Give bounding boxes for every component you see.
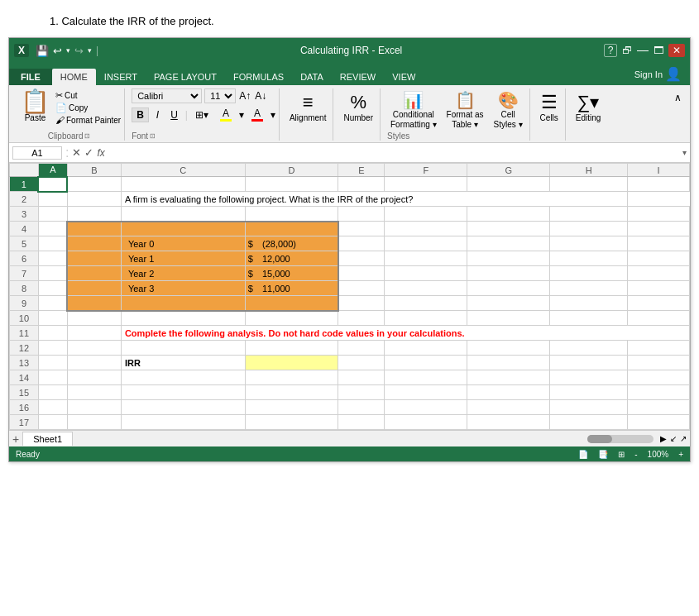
cut-button[interactable]: ✂ Cut <box>55 90 121 101</box>
cell-d5[interactable]: $ (28,000) <box>245 236 338 251</box>
sheet-tab[interactable]: Sheet1 <box>22 432 73 446</box>
maximize-btn[interactable]: 🗖 <box>654 45 663 56</box>
editing-button[interactable]: ∑▾ Editing <box>572 88 605 126</box>
row-header-5[interactable]: 5 <box>10 236 39 251</box>
add-sheet-btn[interactable]: + <box>12 432 19 446</box>
close-btn[interactable]: ✕ <box>668 44 685 57</box>
restore-btn[interactable]: 🗗 <box>622 45 632 56</box>
row-header-6[interactable]: 6 <box>10 251 39 266</box>
cells-button[interactable]: ☰ Cells <box>537 88 562 126</box>
tab-view[interactable]: VIEW <box>384 69 424 85</box>
col-header-b[interactable]: B <box>67 164 121 177</box>
scroll-right-btn[interactable]: ▶ <box>660 434 667 443</box>
tab-file[interactable]: FILE <box>9 69 52 85</box>
row-header-13[interactable]: 13 <box>10 356 39 370</box>
zoom-in-btn[interactable]: + <box>678 450 683 459</box>
row-header-16[interactable]: 16 <box>10 400 39 415</box>
confirm-formula-btn[interactable]: ✓ <box>84 146 93 159</box>
zoom-out-btn[interactable]: - <box>634 450 637 459</box>
conditional-formatting-btn[interactable]: 📊 ConditionalFormatting ▾ <box>387 88 440 131</box>
row-header-8[interactable]: 8 <box>10 281 39 296</box>
customize-qa-btn[interactable]: ▾ <box>88 46 92 55</box>
scroll-mode-btn2[interactable]: ↗ <box>680 434 687 443</box>
undo-dropdown-btn[interactable]: ▾ <box>66 46 70 55</box>
row-header-10[interactable]: 10 <box>10 311 39 326</box>
cell-c11[interactable]: Complete the following analysis. Do not … <box>121 326 689 341</box>
cell-f1[interactable] <box>385 177 467 192</box>
row-header-12[interactable]: 12 <box>10 341 39 356</box>
scroll-mode-btn1[interactable]: ↙ <box>670 434 677 443</box>
cell-d13[interactable] <box>245 356 338 370</box>
format-as-table-btn[interactable]: 📋 Format asTable ▾ <box>443 88 487 131</box>
horizontal-scrollbar[interactable] <box>587 435 654 443</box>
cell-c8[interactable]: Year 3 <box>121 281 245 296</box>
col-header-c[interactable]: C <box>121 164 245 177</box>
font-color-btn[interactable]: A <box>247 106 267 123</box>
underline-btn[interactable]: U <box>166 107 182 122</box>
fill-color-btn[interactable]: A <box>216 106 236 123</box>
row-header-15[interactable]: 15 <box>10 385 39 400</box>
cell-a2[interactable] <box>38 192 67 207</box>
minimize-btn[interactable]: — <box>637 45 649 55</box>
cell-d6[interactable]: $ 12,000 <box>245 251 338 266</box>
col-header-f[interactable]: F <box>385 164 467 177</box>
paste-button[interactable]: 📋 Paste <box>17 88 53 124</box>
insert-function-btn[interactable]: fx <box>97 147 104 159</box>
alignment-button[interactable]: ≡ Alignment <box>286 88 329 126</box>
tab-review[interactable]: REVIEW <box>332 69 384 85</box>
cell-c13[interactable]: IRR <box>121 356 245 370</box>
tab-home[interactable]: HOME <box>52 69 96 85</box>
help-btn[interactable]: ? <box>604 44 617 57</box>
formula-bar-dropdown[interactable]: ▾ <box>682 148 687 157</box>
cell-c7[interactable]: Year 2 <box>121 266 245 281</box>
font-name-select[interactable]: Calibri <box>132 88 202 103</box>
cell-g1[interactable] <box>467 177 550 192</box>
number-button[interactable]: % Number <box>340 88 376 126</box>
formula-input[interactable] <box>108 146 679 160</box>
tab-page-layout[interactable]: PAGE LAYOUT <box>146 69 225 85</box>
row-header-2[interactable]: 2 <box>10 192 39 207</box>
page-view-btn[interactable]: 📄 <box>578 450 588 459</box>
layout-view-btn[interactable]: 📑 <box>598 450 608 459</box>
cell-d1[interactable] <box>245 177 338 192</box>
redo-qa-btn[interactable]: ↪ <box>74 45 84 57</box>
cell-c5[interactable]: Year 0 <box>121 236 245 251</box>
tab-formulas[interactable]: FORMULAS <box>225 69 292 85</box>
col-header-d[interactable]: D <box>245 164 338 177</box>
col-header-i[interactable]: I <box>627 164 689 177</box>
page-break-btn[interactable]: ⊞ <box>618 450 625 459</box>
cell-c2[interactable]: A firm is evaluating the following proje… <box>121 192 627 207</box>
cell-d8[interactable]: $ 11,000 <box>245 281 338 296</box>
cell-e1[interactable] <box>338 177 385 192</box>
tab-insert[interactable]: INSERT <box>96 69 146 85</box>
copy-button[interactable]: 📄 Copy <box>55 103 121 113</box>
tab-data[interactable]: DATA <box>292 69 332 85</box>
row-header-17[interactable]: 17 <box>10 415 39 430</box>
col-header-g[interactable]: G <box>467 164 550 177</box>
cell-c1[interactable] <box>121 177 245 192</box>
cell-b2[interactable] <box>67 192 121 207</box>
row-header-7[interactable]: 7 <box>10 266 39 281</box>
col-header-e[interactable]: E <box>338 164 385 177</box>
undo-qa-btn[interactable]: ↩ <box>53 45 62 57</box>
format-painter-button[interactable]: 🖌 Format Painter <box>55 115 121 125</box>
cell-i1[interactable] <box>627 177 689 192</box>
bold-btn[interactable]: B <box>132 107 149 122</box>
cell-b1[interactable] <box>67 177 121 192</box>
cell-styles-btn[interactable]: 🎨 CellStyles ▾ <box>491 88 526 131</box>
borders-btn[interactable]: ⊞▾ <box>191 107 213 122</box>
cell-reference-input[interactable] <box>12 146 62 160</box>
font-size-select[interactable]: 11 <box>204 88 236 103</box>
row-header-14[interactable]: 14 <box>10 370 39 385</box>
row-header-1[interactable]: 1 <box>10 177 39 192</box>
cell-a1[interactable] <box>38 177 67 192</box>
col-header-h[interactable]: H <box>550 164 628 177</box>
font-grow-btn[interactable]: A↑ <box>238 89 251 103</box>
cell-h1[interactable] <box>550 177 628 192</box>
italic-btn[interactable]: I <box>152 107 163 122</box>
row-header-9[interactable]: 9 <box>10 296 39 311</box>
row-header-4[interactable]: 4 <box>10 222 39 236</box>
row-header-3[interactable]: 3 <box>10 207 39 222</box>
cell-c6[interactable]: Year 1 <box>121 251 245 266</box>
ribbon-collapse-btn[interactable]: ∧ <box>671 88 685 107</box>
